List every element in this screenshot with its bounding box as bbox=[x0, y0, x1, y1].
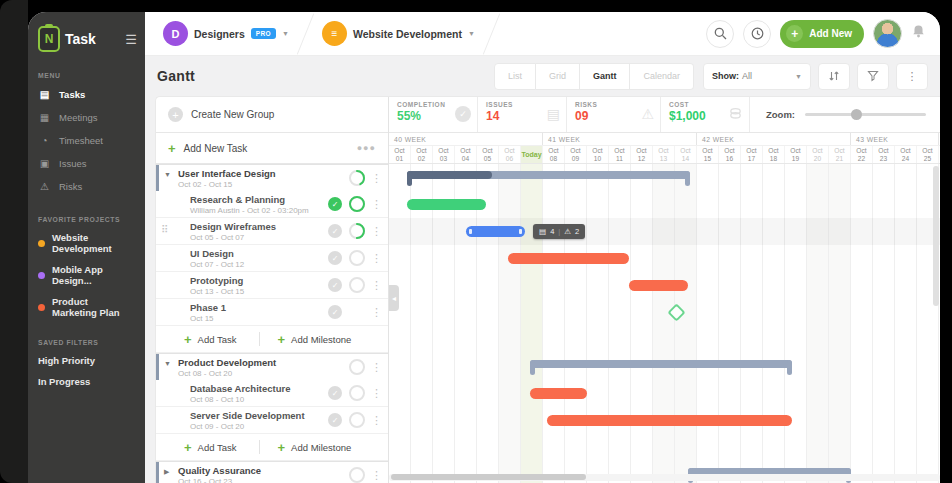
create-group-button[interactable]: + Create New Group bbox=[156, 97, 388, 133]
task-badge[interactable]: ▤4 | ⚠2 bbox=[533, 224, 585, 239]
chart-column bbox=[609, 164, 631, 483]
date-header-row: Oct01Oct02Oct03Oct04Oct05Oct06TodayOct08… bbox=[389, 146, 940, 164]
zoom-slider[interactable] bbox=[805, 113, 926, 116]
task-check-icon[interactable]: ✓ bbox=[328, 305, 342, 319]
tab-calendar[interactable]: Calendar bbox=[630, 63, 694, 90]
menu-section-label: MENU bbox=[28, 62, 145, 83]
task-bar-prototyping[interactable] bbox=[629, 280, 688, 291]
add-task-button[interactable]: +Add Task bbox=[184, 332, 237, 347]
kebab-icon[interactable]: ⋮ bbox=[371, 171, 382, 185]
sort-button[interactable] bbox=[818, 63, 850, 90]
recent-activity-button[interactable] bbox=[743, 20, 771, 48]
tab-grid[interactable]: Grid bbox=[536, 63, 580, 90]
show-value: All bbox=[742, 71, 795, 81]
add-task-button[interactable]: +Add Task bbox=[184, 440, 237, 455]
group-summary-bar[interactable] bbox=[407, 171, 691, 179]
chart-column bbox=[829, 164, 851, 483]
task-row-ui-design[interactable]: UI Design Oct 07 - Oct 12 ✓ ⋮ bbox=[156, 245, 388, 272]
progress-ring bbox=[348, 276, 366, 294]
chevron-down-icon[interactable]: ▼ bbox=[164, 171, 171, 178]
favorite-project-label: Product Marketing Plan bbox=[52, 296, 135, 318]
task-row-design-wireframes[interactable]: ⠿ Design Wireframes Oct 05 - Oct 07 ✓ ⋮ bbox=[156, 218, 388, 245]
kebab-icon[interactable]: ⋮ bbox=[371, 468, 382, 482]
zoom-slider-thumb[interactable] bbox=[851, 109, 862, 120]
task-name: Research & Planning bbox=[190, 194, 285, 205]
kebab-icon[interactable]: ⋮ bbox=[371, 278, 382, 292]
notifications-bell-icon[interactable] bbox=[911, 24, 926, 43]
task-check-icon[interactable]: ✓ bbox=[328, 413, 342, 427]
chart-column bbox=[807, 164, 829, 483]
add-milestone-button[interactable]: +Add Milestone bbox=[278, 332, 352, 347]
task-dates: Oct 13 - Oct 15 bbox=[190, 287, 244, 296]
search-icon bbox=[714, 27, 727, 40]
sidebar-item-timesheet[interactable]: ◔ Timesheet bbox=[28, 129, 145, 152]
sidebar-item-issues[interactable]: ▣ Issues bbox=[28, 152, 145, 175]
task-check-icon[interactable]: ✓ bbox=[328, 278, 342, 292]
project-switcher[interactable]: ≡ Website Development ▼ bbox=[318, 21, 479, 46]
kebab-icon: ⋮ bbox=[907, 70, 918, 83]
sidebar-menu: ▤ Tasks ▦ Meetings ◔ Timesheet ▣ Issues … bbox=[28, 83, 145, 198]
task-check-icon[interactable]: ✓ bbox=[328, 224, 342, 238]
week-label: 41 WEEK bbox=[543, 133, 697, 145]
group-row-user-interface-design[interactable]: ▼ User Interface Design Oct 02 - Oct 15 … bbox=[156, 164, 388, 191]
milestone-row-phase-1[interactable]: Phase 1 Oct 15 ✓ ⋮ bbox=[156, 299, 388, 326]
search-button[interactable] bbox=[706, 20, 734, 48]
add-new-button[interactable]: + Add New bbox=[780, 20, 864, 48]
row-options-icon[interactable]: ●●● bbox=[357, 143, 376, 153]
task-check-icon[interactable]: ✓ bbox=[328, 197, 342, 211]
sidebar-toggle-icon[interactable]: ☰ bbox=[125, 32, 137, 47]
chevron-down-icon[interactable]: ▼ bbox=[164, 360, 171, 367]
kebab-icon[interactable]: ⋮ bbox=[371, 413, 382, 427]
task-bar-ui-design[interactable] bbox=[508, 253, 629, 264]
task-bar-design-wireframes[interactable] bbox=[466, 226, 525, 237]
group-row-product-development[interactable]: ▼ Product Development Oct 08 - Oct 20 ⋮ bbox=[156, 353, 388, 380]
add-milestone-button[interactable]: +Add Milestone bbox=[278, 440, 352, 455]
team-switcher[interactable]: D Designers PRO ▼ bbox=[159, 21, 293, 46]
chart-column bbox=[543, 164, 565, 483]
kebab-icon[interactable]: ⋮ bbox=[371, 305, 382, 319]
task-name: Phase 1 bbox=[190, 302, 226, 313]
kebab-icon[interactable]: ⋮ bbox=[371, 197, 382, 211]
task-check-icon[interactable]: ✓ bbox=[328, 251, 342, 265]
horizontal-scrollbar[interactable] bbox=[391, 474, 586, 480]
divider bbox=[259, 440, 260, 454]
sidebar-item-tasks[interactable]: ▤ Tasks bbox=[28, 83, 145, 106]
show-filter-select[interactable]: Show: All ▼ bbox=[703, 63, 811, 90]
kebab-icon[interactable]: ⋮ bbox=[371, 251, 382, 265]
date-cell: Oct24 bbox=[895, 146, 917, 163]
add-new-task-label: Add New Task bbox=[184, 143, 248, 154]
more-options-button[interactable]: ⋮ bbox=[896, 63, 928, 90]
kebab-icon[interactable]: ⋮ bbox=[371, 224, 382, 238]
chevron-right-icon[interactable]: ▶ bbox=[164, 468, 169, 476]
task-bar-research-planning[interactable] bbox=[407, 199, 486, 210]
filter-button[interactable] bbox=[857, 63, 889, 90]
saved-filter-high-priority[interactable]: High Priority bbox=[28, 350, 145, 371]
sidebar-item-risks[interactable]: ⚠ Risks bbox=[28, 175, 145, 198]
group-summary-bar[interactable] bbox=[530, 360, 792, 368]
user-avatar[interactable] bbox=[873, 19, 902, 48]
favorite-project-product-marketing-plan[interactable]: Product Marketing Plan bbox=[28, 291, 145, 323]
kebab-icon[interactable]: ⋮ bbox=[371, 360, 382, 374]
favorite-project-mobile-app-design[interactable]: Mobile App Design... bbox=[28, 259, 145, 291]
task-row-prototyping[interactable]: Prototyping Oct 13 - Oct 15 ✓ ⋮ bbox=[156, 272, 388, 299]
sidebar-item-meetings[interactable]: ▦ Meetings bbox=[28, 106, 145, 129]
task-bar-server-side-development[interactable] bbox=[547, 415, 791, 426]
kebab-icon[interactable]: ⋮ bbox=[371, 386, 382, 400]
vertical-scrollbar[interactable] bbox=[933, 166, 939, 306]
group-row-quality-assurance[interactable]: ▶ Quality Assurance Oct 16 - Oct 23 ⋮ bbox=[156, 461, 388, 483]
drag-handle-icon[interactable]: ⠿ bbox=[161, 224, 168, 235]
task-bar-database-architecture[interactable] bbox=[530, 388, 587, 399]
task-row-research-planning[interactable]: Research & Planning William Austin - Oct… bbox=[156, 191, 388, 218]
tab-list[interactable]: List bbox=[494, 63, 536, 90]
task-row-server-side-development[interactable]: Server Side Development Oct 09 - Oct 20 … bbox=[156, 407, 388, 434]
add-new-task-button[interactable]: + Add New Task ●●● bbox=[156, 133, 388, 164]
task-row-database-architecture[interactable]: Database Architecture Oct 08 - Oct 10 ✓ … bbox=[156, 380, 388, 407]
favorite-project-website-development[interactable]: Website Development bbox=[28, 227, 145, 259]
task-check-icon[interactable]: ✓ bbox=[328, 386, 342, 400]
task-dates: Oct 15 bbox=[190, 314, 214, 323]
panel-collapse-handle[interactable]: ◂ bbox=[389, 285, 399, 311]
tab-gantt[interactable]: Gantt bbox=[580, 63, 631, 90]
plus-icon: + bbox=[278, 332, 286, 347]
plus-circle-icon: + bbox=[168, 107, 183, 122]
saved-filter-in-progress[interactable]: In Progress bbox=[28, 371, 145, 392]
